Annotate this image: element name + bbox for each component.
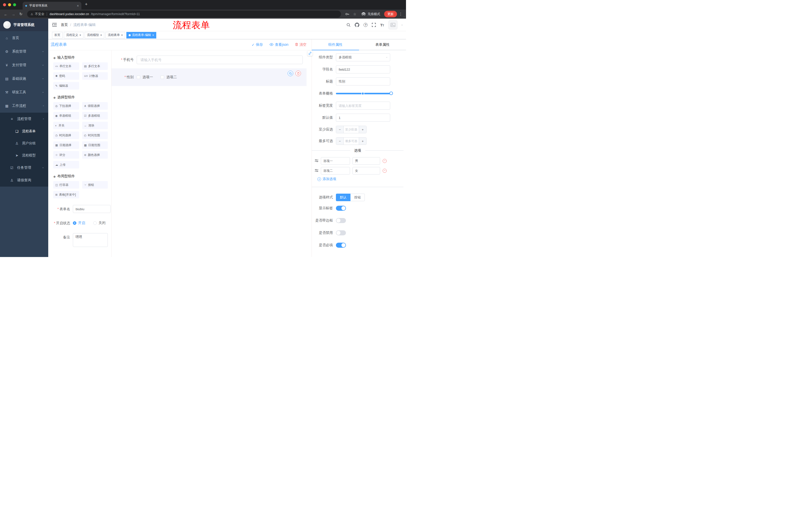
bookmark-star-icon[interactable]: ☆ — [351, 12, 358, 16]
chevron-down-icon[interactable]: › — [403, 17, 406, 17]
palette-item-switch[interactable]: ◐ 开关 — [53, 122, 79, 129]
option2-name-input[interactable] — [321, 167, 350, 174]
palette-item-table[interactable]: ⊞ 表格[开发中] — [53, 191, 79, 198]
tag-close-icon[interactable]: × — [100, 33, 102, 37]
sidebar-item-task-management[interactable]: ☑ 任务管理 › — [0, 161, 48, 174]
sidebar-item-dev-tools[interactable]: ⚒ 研发工具 › — [0, 85, 48, 99]
tab-close-icon[interactable]: × — [77, 4, 79, 8]
style-default-button[interactable]: 默认 — [336, 194, 350, 201]
palette-item-password[interactable]: ✱ 密码 — [53, 72, 79, 80]
label-width-input[interactable] — [336, 102, 390, 110]
sidebar-item-home[interactable]: ⌂ 首页 — [0, 31, 48, 45]
sidebar-item-process-form[interactable]: ❏ 流程表单 — [0, 125, 48, 137]
option1-value-input[interactable] — [352, 157, 380, 165]
palette-item-multi-line-text[interactable]: ▤ 多行文本 — [82, 62, 108, 70]
style-button-button[interactable]: 按钮 — [350, 194, 365, 201]
window-zoom-button[interactable] — [13, 3, 16, 6]
window-minimize-button[interactable] — [8, 3, 11, 6]
decrease-button[interactable]: − — [336, 138, 344, 144]
form-grid-slider[interactable] — [336, 89, 391, 98]
remark-textarea[interactable]: 嘿嘿 — [73, 233, 108, 247]
tag-process-form[interactable]: 流程表单 × — [106, 32, 125, 38]
disabled-toggle[interactable] — [336, 231, 346, 235]
breadcrumb-home[interactable]: 首页 — [61, 23, 68, 27]
address-bar[interactable]: ⚠ 不安全 dashboard.yudao.iocoder.cn/bpm/man… — [27, 10, 341, 18]
add-option-button[interactable]: + 添加选项 — [312, 177, 406, 181]
palette-item-select[interactable]: ◎ 下拉选择 — [53, 102, 79, 110]
reload-icon[interactable]: ↻ — [18, 12, 24, 16]
remove-option-icon[interactable]: − — [383, 159, 387, 163]
palette-item-row-container[interactable]: ◫ 行容器 — [53, 181, 79, 189]
forward-icon[interactable]: → — [10, 12, 17, 16]
remove-option-icon[interactable]: − — [383, 169, 387, 173]
option2-value-input[interactable] — [352, 167, 380, 174]
min-select-input[interactable] — [344, 126, 359, 133]
copy-component-button[interactable] — [288, 71, 293, 76]
title-input[interactable] — [336, 77, 390, 85]
new-tab-button[interactable]: + — [85, 2, 88, 7]
phone-input[interactable] — [137, 56, 303, 64]
palette-item-checkbox-group[interactable]: ☑ 多选框组 — [82, 112, 108, 119]
palette-item-time-range[interactable]: ◴ 时间范围 — [82, 132, 108, 139]
field-name-input[interactable] — [336, 65, 390, 74]
palette-item-button[interactable]: ☞ 按钮 — [82, 181, 108, 189]
browser-tab[interactable]: ◆ 芋道管理系统 × — [23, 2, 81, 9]
sidebar-toggle-icon[interactable] — [52, 23, 57, 27]
delete-component-button[interactable] — [295, 71, 301, 76]
tag-close-icon[interactable]: × — [79, 33, 81, 37]
tag-process-form-edit[interactable]: 流程表单-编辑 × — [126, 32, 156, 38]
view-json-button[interactable]: 查看json — [269, 43, 288, 47]
font-size-icon[interactable]: TT — [380, 23, 384, 27]
palette-item-upload[interactable]: ☁ 上传 — [53, 161, 79, 168]
border-toggle[interactable] — [336, 218, 346, 223]
back-icon[interactable]: ← — [2, 12, 9, 16]
default-value-input[interactable] — [336, 114, 390, 122]
tab-component-props[interactable]: 组件属性 — [312, 39, 359, 50]
window-close-button[interactable] — [3, 3, 6, 6]
palette-item-counter[interactable]: 123 计数器 — [82, 72, 108, 80]
link-icon[interactable] — [308, 51, 313, 56]
increase-button[interactable]: + — [359, 138, 366, 144]
increase-button[interactable]: + — [359, 126, 366, 133]
form-name-input[interactable] — [73, 205, 111, 213]
canvas-item-gender[interactable]: *性别 选项一 选项二 — [112, 69, 307, 86]
palette-item-rate[interactable]: ☆ 评分 — [53, 151, 79, 159]
palette-item-slider[interactable]: ↔ 滑块 — [82, 122, 108, 129]
sidebar-item-leave-query[interactable]: ♙ 请假查询 — [0, 174, 48, 187]
component-type-select[interactable]: 多选框组 › — [336, 53, 390, 61]
gender-option1-checkbox[interactable]: 选项一 — [137, 75, 153, 79]
drag-handle-icon[interactable] — [315, 168, 318, 173]
status-on-radio[interactable]: 开启 — [73, 221, 85, 225]
tag-process-definition[interactable]: 流程定义 × — [64, 32, 83, 38]
palette-item-date-range[interactable]: ▩ 日期范围 — [82, 141, 108, 149]
sidebar-item-process-model[interactable]: ➤ 流程模型 — [0, 150, 48, 161]
palette-item-cascader[interactable]: ⋔ 级联选择 — [82, 102, 108, 110]
github-icon[interactable] — [355, 23, 359, 27]
tag-close-icon[interactable]: × — [121, 33, 123, 37]
slider-handle[interactable] — [389, 91, 393, 95]
show-label-toggle[interactable] — [336, 206, 346, 211]
palette-item-time-picker[interactable]: ◷ 时间选择 — [53, 132, 79, 139]
tag-home[interactable]: 首页 — [52, 32, 63, 38]
decrease-button[interactable]: − — [336, 126, 344, 133]
palette-item-radio-group[interactable]: ◉ 单选框组 — [53, 112, 79, 119]
sidebar-item-user-groups[interactable]: ♙ 用户分组 — [0, 137, 48, 150]
max-select-input[interactable] — [344, 138, 359, 144]
status-off-radio[interactable]: 关闭 — [93, 221, 106, 225]
browser-update-button[interactable]: 更新 — [384, 11, 397, 17]
option1-name-input[interactable] — [321, 157, 350, 165]
palette-item-date-picker[interactable]: ▦ 日期选择 — [53, 141, 79, 149]
fullscreen-icon[interactable] — [372, 23, 376, 27]
sidebar-item-workflow[interactable]: ▦ 工作流程 › — [0, 99, 48, 113]
palette-item-editor[interactable]: ✎ 编辑器 — [53, 82, 79, 89]
tag-process-model[interactable]: 流程模型 × — [85, 32, 104, 38]
required-toggle[interactable] — [336, 243, 346, 248]
palette-item-single-line-text[interactable]: ▭ 单行文本 — [53, 62, 79, 70]
gender-option2-checkbox[interactable]: 选项二 — [161, 75, 177, 79]
help-icon[interactable]: ? — [364, 23, 368, 27]
sidebar-item-infrastructure[interactable]: ▤ 基础设施 › — [0, 72, 48, 85]
avatar[interactable] — [388, 20, 398, 29]
chevron-down-icon[interactable]: › — [401, 24, 404, 25]
sidebar-item-payment[interactable]: ¥ 支付管理 › — [0, 58, 48, 72]
clear-button[interactable]: 清空 — [295, 43, 307, 47]
